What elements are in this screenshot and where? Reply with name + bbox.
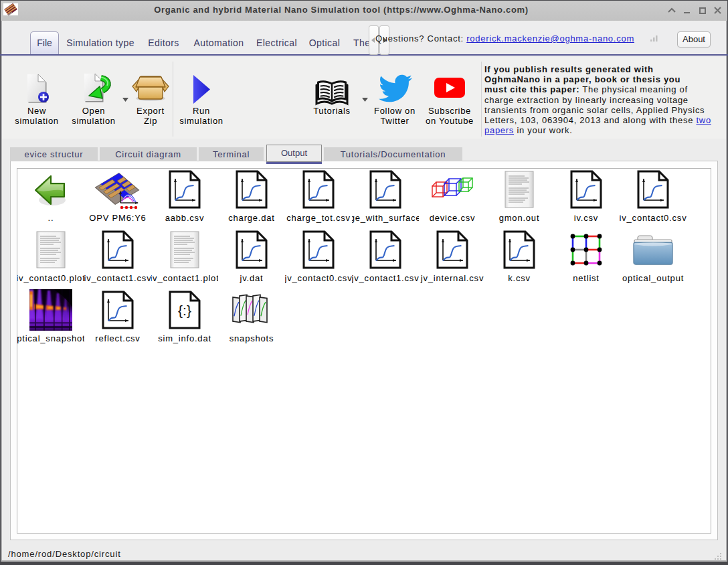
svg-text:{:}: {:} [178,303,191,318]
